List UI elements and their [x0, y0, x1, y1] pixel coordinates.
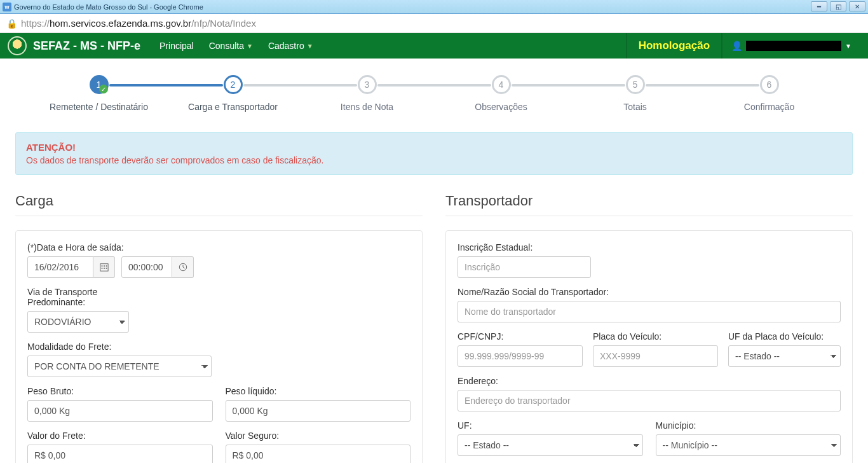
nav-consulta[interactable]: Consulta▼ — [209, 41, 253, 51]
svg-rect-4 — [101, 268, 102, 269]
peso-bruto-label: Peso Bruto: — [27, 386, 213, 396]
window-close-button[interactable]: ✕ — [849, 1, 865, 11]
url-host: hom.servicos.efazenda.ms.gov.br — [50, 18, 191, 29]
inscricao-label: Inscrição Estadual: — [458, 242, 841, 252]
user-icon: 👤 — [731, 41, 742, 51]
address-bar[interactable]: 🔒 https:// hom.servicos.efazenda.ms.gov.… — [0, 14, 868, 33]
alert-text: Os dados de transporte deverão ser compr… — [26, 155, 842, 165]
time-input-group — [121, 256, 194, 278]
window-title: Governo do Estado de Mato Grosso do Sul … — [14, 3, 203, 11]
window-maximize-button[interactable]: ◱ — [830, 1, 846, 11]
uf-label: UF: — [458, 420, 643, 431]
chevron-down-icon: ▼ — [247, 43, 253, 50]
via-transporte-select[interactable]: RODOVIÁRIO — [27, 311, 129, 333]
brand-crest-icon — [8, 36, 27, 55]
nome-transportador-input[interactable] — [458, 301, 841, 322]
clock-icon[interactable] — [172, 256, 194, 278]
date-input[interactable] — [27, 256, 93, 278]
lock-icon: 🔒 — [6, 18, 17, 29]
step-confirmacao[interactable]: 6 Confirmação — [702, 75, 836, 112]
env-badge-container: Homologação — [626, 33, 722, 59]
step-observacoes[interactable]: 4 Observações — [434, 75, 568, 112]
valor-frete-input[interactable] — [27, 445, 213, 463]
municipio-select[interactable]: -- Município -- — [656, 434, 841, 456]
url-scheme: https:// — [21, 18, 50, 29]
uf-placa-label: UF da Placa do Veículo: — [728, 331, 841, 342]
placa-label: Placa do Veículo: — [593, 331, 718, 342]
peso-bruto-input[interactable] — [27, 400, 213, 422]
svg-rect-3 — [105, 265, 107, 266]
endereco-input[interactable] — [458, 390, 841, 411]
uf-select[interactable]: -- Estado -- — [458, 434, 643, 456]
valor-seguro-label: Valor Seguro: — [226, 431, 411, 441]
time-input[interactable] — [121, 256, 172, 278]
carga-section: Carga (*)Data e Hora de saída: — [15, 193, 423, 463]
transportador-section: Transportador Inscrição Estadual: Nome/R… — [445, 193, 853, 463]
window-minimize-button[interactable]: ━ — [811, 1, 827, 11]
app-favicon: w — [3, 3, 11, 11]
cpf-cnpj-input[interactable] — [458, 345, 583, 367]
valor-seguro-input[interactable] — [226, 445, 411, 463]
placa-veiculo-input[interactable] — [593, 345, 718, 367]
alert-title: ATENÇÃO! — [26, 142, 842, 153]
svg-rect-0 — [100, 264, 107, 271]
svg-rect-2 — [104, 265, 105, 266]
transportador-title: Transportador — [445, 193, 853, 209]
date-input-group — [27, 256, 115, 278]
nav-principal[interactable]: Principal — [159, 41, 194, 51]
chevron-down-icon: ▼ — [307, 43, 313, 50]
step-itens[interactable]: 3 Itens de Nota — [300, 75, 434, 112]
check-icon: ✓ — [99, 85, 108, 93]
via-transporte-label: Via de Transporte Predominante: — [27, 287, 129, 307]
carga-title: Carga — [15, 193, 423, 209]
calendar-icon[interactable] — [93, 256, 115, 278]
svg-rect-1 — [101, 265, 102, 266]
attention-alert: ATENÇÃO! Os dados de transporte deverão … — [15, 132, 853, 175]
modalidade-label: Modalidade do Frete: — [27, 342, 410, 352]
env-badge: Homologação — [639, 39, 710, 52]
nome-razao-label: Nome/Razão Social do Transportador: — [458, 287, 841, 297]
brand-title[interactable]: SEFAZ - MS - NFP-e — [33, 39, 140, 53]
url-path: /nfp/Nota/Index — [191, 18, 256, 29]
divider — [445, 216, 853, 216]
wizard-stepper: 1✓ Remetente / Destinatário 2 Carga e Tr… — [0, 59, 868, 125]
chevron-down-icon: ▼ — [845, 43, 851, 50]
window-titlebar: w Governo do Estado de Mato Grosso do Su… — [0, 0, 868, 14]
top-nav: SEFAZ - MS - NFP-e Principal Consulta▼ C… — [0, 33, 868, 59]
nav-cadastro[interactable]: Cadastro▼ — [268, 41, 313, 51]
step-remetente[interactable]: 1✓ Remetente / Destinatário — [32, 75, 166, 112]
step-totais[interactable]: 5 Totais — [568, 75, 702, 112]
svg-rect-6 — [105, 268, 107, 269]
uf-placa-select[interactable]: -- Estado -- — [728, 345, 841, 367]
modalidade-frete-select[interactable]: POR CONTA DO REMETENTE — [27, 356, 212, 377]
divider — [15, 216, 423, 216]
user-name-redacted — [746, 41, 841, 51]
endereco-label: Endereço: — [458, 376, 841, 386]
data-hora-label: (*)Data e Hora de saída: — [27, 242, 410, 252]
step-carga[interactable]: 2 Carga e Transportador — [166, 75, 300, 112]
valor-frete-label: Valor do Frete: — [27, 431, 213, 441]
peso-liquido-input[interactable] — [226, 400, 411, 422]
inscricao-estadual-input[interactable] — [458, 256, 591, 278]
cpf-cnpj-label: CPF/CNPJ: — [458, 331, 583, 342]
svg-rect-5 — [104, 268, 105, 269]
municipio-label: Município: — [656, 420, 841, 431]
user-menu[interactable]: 👤 ▼ — [722, 41, 860, 51]
peso-liquido-label: Peso líquido: — [226, 386, 411, 396]
